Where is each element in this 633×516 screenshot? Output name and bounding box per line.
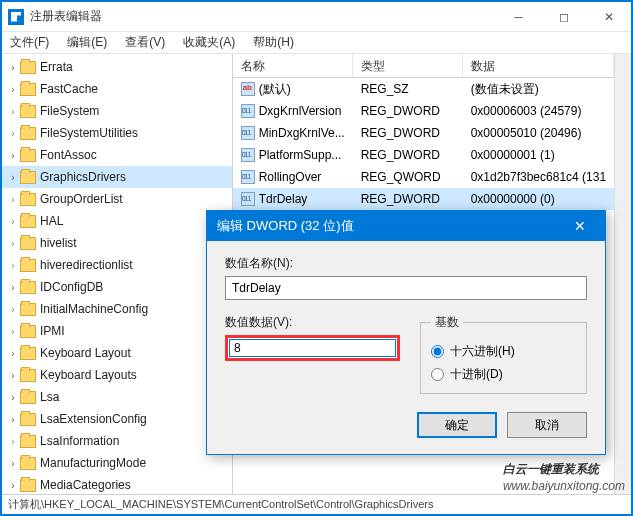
tree-item-grouporderlist[interactable]: › GroupOrderList bbox=[2, 188, 232, 210]
expand-icon[interactable]: › bbox=[6, 150, 20, 161]
values-list[interactable]: (默认) REG_SZ (数值未设置)DxgKrnlVersion REG_DW… bbox=[233, 78, 614, 210]
value-type: REG_SZ bbox=[353, 82, 463, 96]
tree-item-lsainformation[interactable]: › LsaInformation bbox=[2, 430, 232, 452]
expand-icon[interactable]: › bbox=[6, 458, 20, 469]
dialog-title: 编辑 DWORD (32 位)值 bbox=[217, 217, 565, 235]
tree-item-idconfigdb[interactable]: › IDConfigDB bbox=[2, 276, 232, 298]
expand-icon[interactable]: › bbox=[6, 128, 20, 139]
value-type: REG_DWORD bbox=[353, 104, 463, 118]
folder-icon bbox=[20, 391, 36, 404]
tree-item-graphicsdrivers[interactable]: › GraphicsDrivers bbox=[2, 166, 232, 188]
tree-item-fontassoc[interactable]: › FontAssoc bbox=[2, 144, 232, 166]
value-row[interactable]: DxgKrnlVersion REG_DWORD 0x00006003 (245… bbox=[233, 100, 614, 122]
reg-value-icon bbox=[241, 170, 255, 184]
maximize-button[interactable]: ◻ bbox=[541, 2, 586, 32]
registry-tree[interactable]: › Errata› FastCache› FileSystem› FileSys… bbox=[2, 54, 233, 494]
tree-label: Keyboard Layout bbox=[40, 346, 131, 360]
expand-icon[interactable]: › bbox=[6, 436, 20, 447]
menu-file[interactable]: 文件(F) bbox=[8, 32, 51, 53]
value-type: REG_DWORD bbox=[353, 148, 463, 162]
expand-icon[interactable]: › bbox=[6, 238, 20, 249]
value-name: (默认) bbox=[259, 81, 291, 98]
value-name: PlatformSupp... bbox=[259, 148, 342, 162]
value-name-input[interactable] bbox=[225, 276, 587, 300]
tree-item-mediacategories[interactable]: › MediaCategories bbox=[2, 474, 232, 494]
tree-item-keyboard layouts[interactable]: › Keyboard Layouts bbox=[2, 364, 232, 386]
tree-item-lsa[interactable]: › Lsa bbox=[2, 386, 232, 408]
menu-edit[interactable]: 编辑(E) bbox=[65, 32, 109, 53]
tree-label: ManufacturingMode bbox=[40, 456, 146, 470]
close-button[interactable]: ✕ bbox=[586, 2, 631, 32]
tree-item-errata[interactable]: › Errata bbox=[2, 56, 232, 78]
radio-dec[interactable] bbox=[431, 368, 444, 381]
folder-icon bbox=[20, 105, 36, 118]
menu-help[interactable]: 帮助(H) bbox=[251, 32, 296, 53]
menu-favorites[interactable]: 收藏夹(A) bbox=[181, 32, 237, 53]
folder-icon bbox=[20, 171, 36, 184]
expand-icon[interactable]: › bbox=[6, 194, 20, 205]
menu-view[interactable]: 查看(V) bbox=[123, 32, 167, 53]
ok-button[interactable]: 确定 bbox=[417, 412, 497, 438]
cancel-button[interactable]: 取消 bbox=[507, 412, 587, 438]
expand-icon[interactable]: › bbox=[6, 260, 20, 271]
status-bar: 计算机\HKEY_LOCAL_MACHINE\SYSTEM\CurrentCon… bbox=[2, 494, 631, 514]
reg-value-icon bbox=[241, 192, 255, 206]
tree-item-initialmachineconfig[interactable]: › InitialMachineConfig bbox=[2, 298, 232, 320]
tree-label: hiveredirectionlist bbox=[40, 258, 133, 272]
tree-item-filesystemutilities[interactable]: › FileSystemUtilities bbox=[2, 122, 232, 144]
value-row[interactable]: RollingOver REG_QWORD 0x1d2b7f3bec681c4 … bbox=[233, 166, 614, 188]
tree-label: Keyboard Layouts bbox=[40, 368, 137, 382]
tree-item-manufacturingmode[interactable]: › ManufacturingMode bbox=[2, 452, 232, 474]
minimize-button[interactable]: ─ bbox=[496, 2, 541, 32]
tree-label: IDConfigDB bbox=[40, 280, 103, 294]
value-row[interactable]: MinDxgKrnlVe... REG_DWORD 0x00005010 (20… bbox=[233, 122, 614, 144]
value-row[interactable]: TdrDelay REG_DWORD 0x00000000 (0) bbox=[233, 188, 614, 210]
value-name: TdrDelay bbox=[259, 192, 308, 206]
tree-label: InitialMachineConfig bbox=[40, 302, 148, 316]
tree-item-hivelist[interactable]: › hivelist bbox=[2, 232, 232, 254]
scrollbar-vertical[interactable] bbox=[614, 54, 631, 494]
col-data[interactable]: 数据 bbox=[463, 54, 614, 77]
expand-icon[interactable]: › bbox=[6, 62, 20, 73]
value-data: (数值未设置) bbox=[463, 81, 614, 98]
tree-label: GraphicsDrivers bbox=[40, 170, 126, 184]
expand-icon[interactable]: › bbox=[6, 84, 20, 95]
dialog-close-button[interactable]: ✕ bbox=[565, 211, 595, 241]
col-name[interactable]: 名称 bbox=[233, 54, 353, 77]
value-name: RollingOver bbox=[259, 170, 322, 184]
folder-icon bbox=[20, 347, 36, 360]
expand-icon[interactable]: › bbox=[6, 282, 20, 293]
expand-icon[interactable]: › bbox=[6, 172, 20, 183]
col-type[interactable]: 类型 bbox=[353, 54, 463, 77]
radio-hex[interactable] bbox=[431, 345, 444, 358]
expand-icon[interactable]: › bbox=[6, 304, 20, 315]
tree-item-keyboard layout[interactable]: › Keyboard Layout bbox=[2, 342, 232, 364]
tree-item-hiveredirectionlist[interactable]: › hiveredirectionlist bbox=[2, 254, 232, 276]
base-legend: 基数 bbox=[431, 314, 463, 331]
tree-label: GroupOrderList bbox=[40, 192, 123, 206]
title-bar: 注册表编辑器 ─ ◻ ✕ bbox=[2, 2, 631, 32]
edit-dword-dialog: 编辑 DWORD (32 位)值 ✕ 数值名称(N): 数值数据(V): 基数 … bbox=[206, 210, 606, 455]
expand-icon[interactable]: › bbox=[6, 348, 20, 359]
tree-label: FileSystemUtilities bbox=[40, 126, 138, 140]
tree-label: Lsa bbox=[40, 390, 59, 404]
tree-item-filesystem[interactable]: › FileSystem bbox=[2, 100, 232, 122]
reg-value-icon bbox=[241, 82, 255, 96]
tree-item-ipmi[interactable]: › IPMI bbox=[2, 320, 232, 342]
value-data-input[interactable] bbox=[229, 339, 396, 357]
value-row[interactable]: (默认) REG_SZ (数值未设置) bbox=[233, 78, 614, 100]
value-row[interactable]: PlatformSupp... REG_DWORD 0x00000001 (1) bbox=[233, 144, 614, 166]
tree-item-hal[interactable]: › HAL bbox=[2, 210, 232, 232]
folder-icon bbox=[20, 83, 36, 96]
expand-icon[interactable]: › bbox=[6, 392, 20, 403]
expand-icon[interactable]: › bbox=[6, 326, 20, 337]
expand-icon[interactable]: › bbox=[6, 216, 20, 227]
expand-icon[interactable]: › bbox=[6, 480, 20, 491]
expand-icon[interactable]: › bbox=[6, 106, 20, 117]
expand-icon[interactable]: › bbox=[6, 370, 20, 381]
folder-icon bbox=[20, 369, 36, 382]
tree-item-fastcache[interactable]: › FastCache bbox=[2, 78, 232, 100]
expand-icon[interactable]: › bbox=[6, 414, 20, 425]
tree-item-lsaextensionconfig[interactable]: › LsaExtensionConfig bbox=[2, 408, 232, 430]
value-data: 0x00006003 (24579) bbox=[463, 104, 614, 118]
